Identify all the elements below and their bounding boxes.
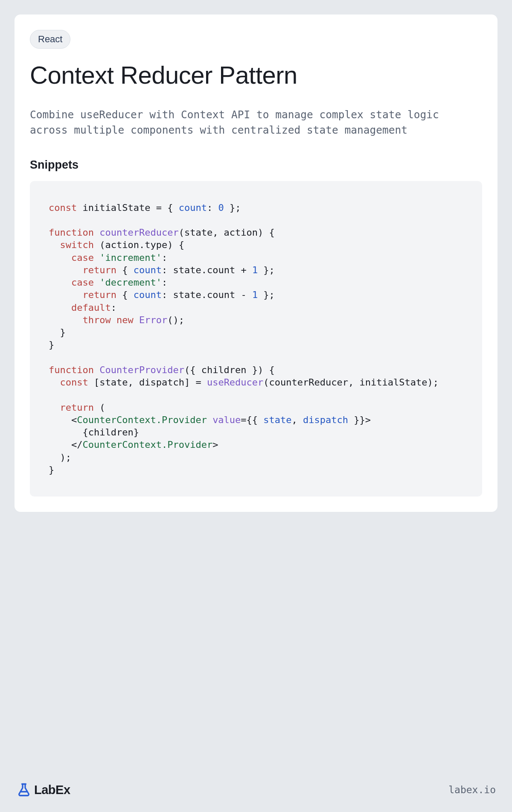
code-token: case — [71, 277, 94, 288]
code-token — [49, 402, 60, 413]
code-token: function — [49, 365, 94, 375]
code-token: default — [71, 302, 111, 313]
code-token — [94, 252, 99, 263]
code-token: { — [116, 289, 134, 300]
code-token: return — [82, 289, 116, 300]
code-token: useReducer — [207, 377, 263, 388]
code-block: const initialState = { count: 0 }; funct… — [30, 181, 482, 497]
code-token — [49, 277, 71, 288]
code-token: return — [60, 402, 94, 413]
code-token: > — [212, 439, 218, 450]
code-token: counterReducer — [99, 227, 178, 238]
code-token: state — [263, 415, 291, 425]
code-token: new — [116, 315, 134, 325]
code-token — [49, 240, 60, 250]
code-token: } — [49, 464, 54, 475]
badge-react: React — [30, 30, 70, 49]
code-token: count — [179, 202, 207, 213]
code-token — [49, 252, 71, 263]
code-token: , — [292, 415, 303, 425]
code-token: count — [134, 289, 162, 300]
code-token — [94, 365, 99, 375]
logo-text: LabEx — [34, 783, 70, 797]
code-token — [49, 377, 60, 388]
code-token — [134, 315, 139, 325]
page-title: Context Reducer Pattern — [30, 61, 482, 89]
code-token: 1 — [252, 289, 258, 300]
code-token: (action.type) { — [94, 240, 184, 250]
code-token — [111, 315, 116, 325]
code-token: function — [49, 227, 94, 238]
code-token: ({ children }) { — [184, 365, 275, 375]
code-token — [49, 315, 82, 325]
code-token: }}> — [348, 415, 371, 425]
code-token — [94, 277, 99, 288]
code-token — [49, 265, 82, 275]
snippets-heading: Snippets — [30, 158, 482, 172]
code-token: : — [207, 202, 218, 213]
code-token: ( — [94, 402, 105, 413]
code-token: const — [60, 377, 88, 388]
code-token: count — [134, 265, 162, 275]
code-token: CounterContext.Provider — [82, 439, 212, 450]
code-token: case — [71, 252, 94, 263]
code-token: (counterReducer, initialState); — [263, 377, 439, 388]
code-token: return — [82, 265, 116, 275]
code-token: < — [49, 415, 77, 425]
card: React Context Reducer Pattern Combine us… — [15, 15, 497, 512]
description: Combine useReducer with Context API to m… — [30, 107, 482, 138]
code-token: }; — [258, 289, 275, 300]
code-token: CounterProvider — [99, 365, 184, 375]
code-token — [49, 289, 82, 300]
code-token — [207, 415, 212, 425]
code-token: { — [116, 265, 134, 275]
code-token: ); — [49, 452, 71, 463]
code-token: 1 — [252, 265, 258, 275]
code-token: switch — [60, 240, 94, 250]
code-token: ={{ — [241, 415, 263, 425]
footer: LabEx labex.io — [15, 769, 497, 797]
code-token: } — [49, 339, 54, 350]
code-token: : — [111, 302, 116, 313]
code-token: Error — [139, 315, 167, 325]
code-token: : — [162, 277, 167, 288]
flask-icon — [16, 782, 32, 797]
code-token: CounterContext.Provider — [77, 415, 207, 425]
code-token: initialState = { — [77, 202, 178, 213]
code-token: 'increment' — [99, 252, 162, 263]
code-token: dispatch — [303, 415, 348, 425]
code-token: const — [49, 202, 77, 213]
code-token: 0 — [218, 202, 224, 213]
code-token: value — [212, 415, 241, 425]
code-token: }; — [224, 202, 241, 213]
code-token: (); — [167, 315, 184, 325]
logo: LabEx — [16, 782, 70, 797]
site-url: labex.io — [448, 784, 496, 795]
code-token: : state.count + — [162, 265, 252, 275]
code-token: throw — [82, 315, 111, 325]
code-token: } — [49, 327, 66, 338]
code-token: </ — [49, 439, 82, 450]
code-token: 'decrement' — [99, 277, 162, 288]
code-token: : state.count - — [162, 289, 252, 300]
code-token: {children} — [49, 427, 139, 438]
code-token: : — [162, 252, 167, 263]
code-token: }; — [258, 265, 275, 275]
code-token: (state, action) { — [179, 227, 275, 238]
code-token — [94, 227, 99, 238]
code-token: [state, dispatch] = — [88, 377, 207, 388]
code-token — [49, 302, 71, 313]
